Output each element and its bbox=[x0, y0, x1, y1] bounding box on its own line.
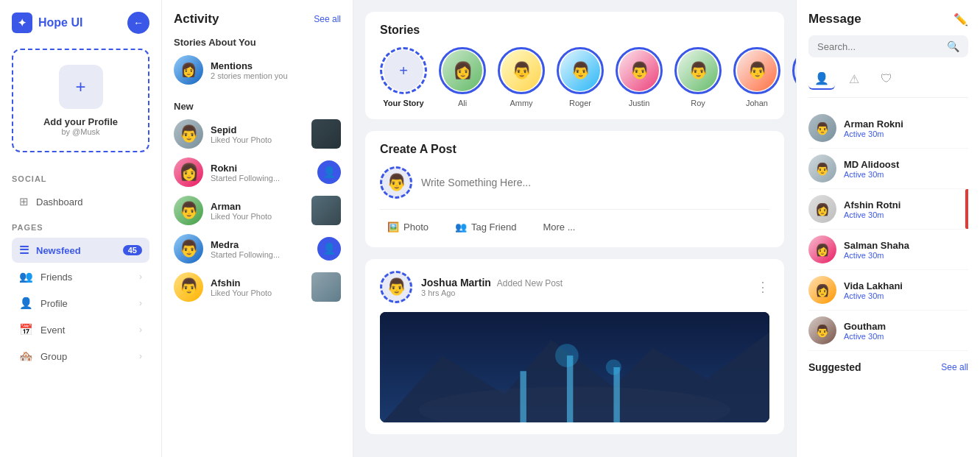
story-item-justin[interactable]: 👨 Justin bbox=[616, 47, 663, 107]
msg-contact-md-alidoost[interactable]: 👨 MD Alidoost Active 30m bbox=[808, 149, 968, 189]
roger-name: Roger bbox=[569, 99, 591, 107]
photo-icon: 🖼️ bbox=[387, 222, 399, 233]
msg-tab-shield[interactable]: 🛡 bbox=[873, 68, 900, 90]
md-alidoost-status: Active 30m bbox=[844, 170, 968, 179]
activity-item-rokni[interactable]: 👩 Rokni Started Following... 👤 bbox=[174, 157, 341, 187]
tag-friend-icon: 👥 bbox=[455, 222, 467, 233]
afshin-avatar: 👨 bbox=[174, 272, 203, 302]
sidebar-item-friends[interactable]: 👥 Friends › bbox=[12, 264, 149, 289]
goutham-status: Active 30m bbox=[844, 332, 968, 341]
event-arrow-icon: › bbox=[139, 325, 142, 335]
app-name: Hope UI bbox=[38, 16, 82, 29]
message-edit-icon[interactable]: ✏️ bbox=[953, 13, 968, 26]
afshin-rotni-avatar: 👩 bbox=[808, 195, 836, 223]
pages-section-label: PAGES bbox=[12, 223, 149, 232]
tag-friend-label: Tag Friend bbox=[471, 222, 516, 233]
svg-rect-3 bbox=[520, 371, 526, 422]
activity-item-arman[interactable]: 👨 Arman Liked Your Photo bbox=[174, 196, 341, 225]
msg-tab-alert[interactable]: ⚠ bbox=[841, 68, 867, 90]
afshin-thumb bbox=[311, 272, 341, 302]
post-input[interactable] bbox=[421, 177, 769, 188]
svg-point-6 bbox=[555, 344, 579, 367]
johan-avatar-wrap: 👨 bbox=[733, 47, 780, 94]
add-profile-sub: by @Musk bbox=[61, 127, 99, 136]
afshin-rotni-name: Afshin Rotni bbox=[844, 199, 968, 210]
activity-title: Activity bbox=[174, 12, 219, 26]
more-action-button[interactable]: More ... bbox=[535, 219, 582, 235]
activity-item-sepid[interactable]: 👨 Sepid Liked Your Photo bbox=[174, 119, 341, 149]
goutham-name: Goutham bbox=[844, 321, 968, 332]
sidebar-item-newsfeed[interactable]: ☰ Newsfeed 45 bbox=[12, 238, 149, 263]
dashboard-icon: ⊞ bbox=[19, 195, 29, 208]
post-user-action: Added New Post bbox=[497, 278, 563, 288]
msg-contact-salman-shaha[interactable]: 👩 Salman Shaha Active 30m bbox=[808, 230, 968, 270]
post-card-joshua: 👨 Joshua Martin Added New Post 3 hrs Ago… bbox=[365, 259, 784, 434]
arman-rokni-avatar: 👨 bbox=[808, 114, 836, 142]
sidebar-item-dashboard[interactable]: ⊞ Dashboard bbox=[12, 189, 149, 214]
search-icon: 🔍 bbox=[947, 40, 959, 52]
mentions-sub: 2 stories mention you bbox=[211, 71, 341, 80]
sidebar-item-profile[interactable]: 👤 Profile › bbox=[12, 291, 149, 316]
medra-avatar: 👨 bbox=[174, 234, 203, 263]
stories-card: Stories + Your Story 👩 Ali bbox=[365, 12, 784, 119]
suggested-see-all[interactable]: See all bbox=[941, 362, 968, 372]
message-search-input[interactable] bbox=[817, 41, 941, 52]
story-item-johan[interactable]: 👨 Johan bbox=[733, 47, 780, 107]
rokni-avatar: 👩 bbox=[174, 157, 203, 187]
friends-icon: 👥 bbox=[19, 270, 33, 283]
arman-thumb bbox=[311, 196, 341, 225]
story-item-roger[interactable]: 👨 Roger bbox=[557, 47, 604, 107]
msg-tab-people[interactable]: 👤 bbox=[808, 68, 835, 90]
story-item-ammy[interactable]: 👨 Ammy bbox=[498, 47, 545, 107]
sidebar: ✦ Hope UI ← + Add your Profile by @Musk … bbox=[0, 0, 162, 457]
msg-contact-arman-rokni[interactable]: 👨 Arman Rokni Active 30m bbox=[808, 108, 968, 149]
post-menu-button[interactable]: ⋮ bbox=[756, 279, 769, 295]
activity-item-afshin[interactable]: 👨 Afshin Liked Your Photo bbox=[174, 272, 341, 302]
msg-contact-afshin-rotni[interactable]: 👩 Afshin Rotni Active 30m bbox=[808, 189, 968, 230]
back-button[interactable]: ← bbox=[127, 12, 149, 34]
salman-shaha-avatar: 👩 bbox=[808, 235, 836, 263]
newsfeed-icon: ☰ bbox=[19, 244, 29, 257]
rokni-follow-icon: 👤 bbox=[317, 160, 341, 184]
activity-mentions-item[interactable]: 👩 Mentions 2 stories mention you bbox=[174, 55, 341, 85]
group-arrow-icon: › bbox=[139, 351, 142, 361]
photo-action-button[interactable]: 🖼️ Photo bbox=[380, 219, 436, 235]
justin-name: Justin bbox=[629, 99, 650, 107]
story-item-roy[interactable]: 👨 Roy bbox=[674, 47, 722, 107]
ali-avatar: 👩 bbox=[443, 50, 482, 91]
stories-title: Stories bbox=[380, 24, 769, 37]
profile-label: Profile bbox=[40, 298, 68, 309]
mentions-avatar: 👩 bbox=[174, 55, 203, 85]
arman-rokni-name: Arman Rokni bbox=[844, 118, 968, 130]
message-panel: Message ✏️ 🔍 👤 ⚠ 🛡 👨 Arman Rokni Active … bbox=[796, 0, 980, 457]
activity-see-all[interactable]: See all bbox=[314, 14, 341, 24]
arman-rokni-status: Active 30m bbox=[844, 130, 968, 138]
story-item-ali[interactable]: 👩 Ali bbox=[439, 47, 486, 107]
add-profile-card[interactable]: + Add your Profile by @Musk bbox=[12, 49, 149, 152]
activity-item-medra[interactable]: 👨 Medra Started Following... 👤 bbox=[174, 234, 341, 263]
johan-name: Johan bbox=[746, 99, 768, 107]
event-label: Event bbox=[40, 325, 65, 336]
post-user-name: Joshua Martin bbox=[421, 277, 491, 288]
group-label: Group bbox=[40, 351, 67, 362]
tag-friend-action-button[interactable]: 👥 Tag Friend bbox=[448, 219, 524, 235]
sidebar-item-group[interactable]: 🏘️ Group › bbox=[12, 344, 149, 369]
msg-contact-vida-lakhani[interactable]: 👩 Vida Lakhani Active 30m bbox=[808, 270, 968, 311]
vida-lakhani-name: Vida Lakhani bbox=[844, 280, 968, 291]
red-accent-bar bbox=[965, 189, 968, 229]
your-story-avatar: + bbox=[384, 50, 423, 91]
story-item-yourstory[interactable]: + Your Story bbox=[380, 47, 427, 107]
roy-avatar: 👨 bbox=[678, 50, 718, 91]
stories-about-label: Stories About You bbox=[174, 37, 341, 48]
mentions-label: Mentions bbox=[211, 60, 341, 71]
your-story-name: Your Story bbox=[383, 99, 423, 107]
roger-avatar-wrap: 👨 bbox=[557, 47, 604, 94]
johan-avatar: 👨 bbox=[737, 50, 777, 91]
sidebar-item-event[interactable]: 📅 Event › bbox=[12, 317, 149, 342]
ammy-avatar: 👨 bbox=[501, 50, 541, 91]
msg-contact-goutham[interactable]: 👨 Goutham Active 30m bbox=[808, 311, 968, 351]
vida-lakhani-status: Active 30m bbox=[844, 291, 968, 300]
vida-lakhani-avatar: 👩 bbox=[808, 276, 836, 304]
message-title: Message bbox=[808, 12, 861, 26]
add-profile-label: Add your Profile bbox=[43, 116, 118, 127]
